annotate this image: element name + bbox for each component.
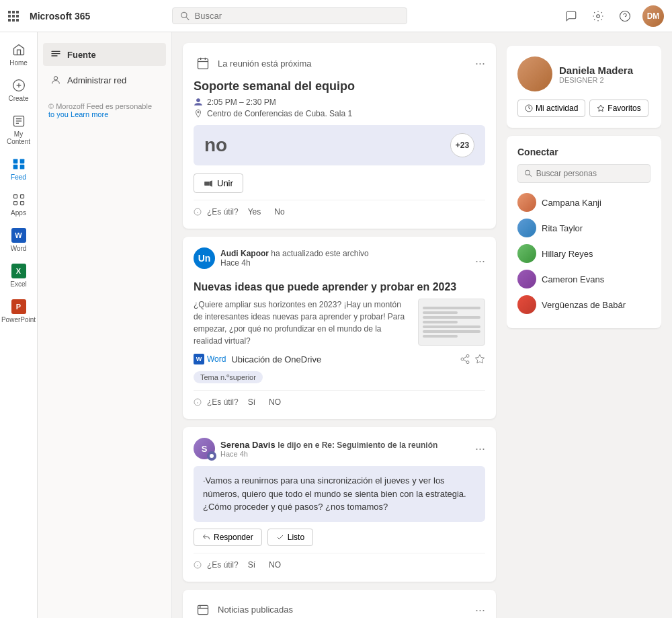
- msg-helpful-label: ¿Es útil?: [207, 560, 239, 570]
- svg-rect-6: [8, 19, 11, 22]
- meeting-title: Soporte semanal del equipo: [194, 79, 485, 93]
- profile-header: Daniela Madera DESIGNER 2: [517, 56, 650, 91]
- person-item-0[interactable]: Campana Kanji: [517, 190, 650, 215]
- nav-home[interactable]: Home: [3, 38, 35, 71]
- doc-si-btn[interactable]: Sí: [244, 396, 259, 408]
- svg-line-65: [530, 174, 532, 176]
- main-content: La reunión está próxima ··· Soporte sema…: [172, 32, 672, 618]
- svg-rect-27: [20, 202, 24, 205]
- favorites-button[interactable]: Favoritos: [589, 100, 648, 117]
- settings-icon-button[interactable]: [589, 7, 607, 26]
- nav-create[interactable]: Create: [3, 73, 35, 106]
- doc-app-label: Word: [207, 354, 226, 364]
- person-avatar-3: [517, 270, 536, 288]
- left-nav: Home Create My Content Feed Apps: [0, 32, 38, 618]
- connect-people-list: Campana Kanji Rita Taylor Hillary Reyes …: [517, 190, 650, 317]
- doc-title: Nuevas ideas que puede aprender y probar…: [194, 281, 485, 293]
- svg-rect-8: [16, 19, 19, 22]
- doc-card-header: Un Audi Kapoor ha actualizado este archi…: [194, 247, 485, 274]
- person-item-4[interactable]: Vergüenzas de Babár: [517, 292, 650, 317]
- nav-excel[interactable]: X Excel: [3, 259, 35, 292]
- teams-icon: [194, 98, 203, 107]
- chat-icon-button[interactable]: [562, 7, 581, 26]
- meeting-card-menu[interactable]: ···: [475, 57, 485, 69]
- svg-rect-1: [12, 11, 15, 13]
- info-icon2: [194, 398, 202, 406]
- activity-button[interactable]: Mi actividad: [517, 100, 585, 117]
- doc-meta-row: W Word Ubicación de OneDrive: [194, 354, 485, 364]
- msg-no-btn[interactable]: NO: [265, 559, 285, 571]
- message-card: S Serena Davis le dijo en e Re: Seguimie…: [183, 427, 496, 582]
- news-header-left: Noticias publicadas: [194, 601, 293, 619]
- svg-rect-0: [8, 11, 11, 13]
- svg-rect-2: [16, 11, 19, 13]
- join-button[interactable]: Unir: [194, 173, 243, 193]
- meeting-yes-btn[interactable]: Yes: [244, 206, 265, 218]
- msg-btn-row: Responder Listo: [194, 529, 485, 546]
- svg-line-10: [186, 17, 189, 20]
- nav-feed[interactable]: Feed: [3, 152, 35, 185]
- connect-title: Conectar: [517, 147, 650, 157]
- svg-rect-21: [19, 159, 24, 164]
- doc-helpful-label: ¿Es útil?: [207, 397, 239, 407]
- person-item-3[interactable]: Cameron Evans: [517, 266, 650, 292]
- doc-card-menu[interactable]: ···: [475, 255, 485, 267]
- reply-button[interactable]: Responder: [194, 529, 262, 546]
- brand-label: Microsoft 365: [30, 11, 90, 22]
- connect-search[interactable]: [517, 164, 650, 183]
- nav-create-label: Create: [8, 95, 28, 102]
- sidebar-learn-more-link[interactable]: to you Learn more: [48, 110, 108, 118]
- connect-search-input[interactable]: [536, 169, 643, 178]
- doc-thumbnail: [418, 299, 485, 346]
- doc-location: Ubicación de OneDrive: [231, 354, 321, 364]
- doc-helpful-row: ¿Es útil? Sí NO: [194, 390, 485, 408]
- svg-point-64: [526, 170, 530, 175]
- apps-icon: [11, 192, 27, 208]
- nav-apps-label: Apps: [11, 209, 26, 217]
- person-name-4: Vergüenzas de Babár: [542, 300, 626, 310]
- word-badge-icon: W: [194, 354, 204, 364]
- doc-header-row: Un Audi Kapoor ha actualizado este archi…: [194, 247, 475, 269]
- meeting-location: Centro de Conferencias de Cuba. Sala 1: [207, 109, 352, 118]
- doc-tag: Tema n.ºsuperior: [194, 371, 263, 383]
- person-avatar-1: [517, 219, 536, 237]
- sidebar-item-fuente[interactable]: Fuente: [43, 43, 166, 66]
- search-bar[interactable]: [172, 7, 407, 24]
- document-card: Un Audi Kapoor ha actualizado este archi…: [183, 237, 496, 419]
- person-item-1[interactable]: Rita Taylor: [517, 215, 650, 241]
- search-input[interactable]: [195, 11, 398, 21]
- news-card: Noticias publicadas ··· Cómo Cambia AI e…: [183, 590, 496, 619]
- join-label: Unir: [217, 178, 233, 188]
- search-icon: [181, 11, 190, 21]
- nav-word[interactable]: W Word: [3, 223, 35, 256]
- nav-apps[interactable]: Apps: [3, 188, 35, 221]
- nav-mycontent[interactable]: My Content: [3, 109, 35, 149]
- done-button[interactable]: Listo: [267, 529, 313, 546]
- profile-info: Daniela Madera DESIGNER 2: [559, 65, 633, 84]
- activity-label: Mi actividad: [536, 104, 578, 113]
- nav-word-label: Word: [11, 245, 27, 252]
- msg-si-btn[interactable]: Sí: [244, 559, 259, 571]
- svg-marker-63: [597, 105, 604, 112]
- sidebar-item-admin[interactable]: Administrar red: [43, 69, 166, 91]
- help-icon-button[interactable]: [616, 7, 634, 26]
- share-icon[interactable]: [460, 354, 470, 364]
- nav-excel-label: Excel: [10, 280, 26, 288]
- doc-no-btn[interactable]: NO: [265, 396, 285, 408]
- person-item-2[interactable]: Hillary Reyes: [517, 241, 650, 266]
- nav-ppt[interactable]: P PowerPoint: [3, 295, 35, 327]
- meeting-no-btn[interactable]: No: [270, 206, 288, 218]
- user-avatar[interactable]: DM: [642, 5, 664, 27]
- star-icon[interactable]: [474, 354, 485, 364]
- home-icon: [11, 42, 27, 58]
- info-icon: [194, 208, 202, 216]
- nav-feed-label: Feed: [11, 173, 26, 181]
- profile-name: Daniela Madera: [559, 65, 633, 76]
- grid-menu-button[interactable]: [8, 11, 19, 22]
- admin-icon: [50, 74, 62, 86]
- svg-point-12: [620, 11, 630, 21]
- msg-card-menu[interactable]: ···: [475, 442, 485, 455]
- person-name-3: Cameron Evans: [542, 274, 604, 284]
- news-card-menu[interactable]: ···: [475, 604, 485, 616]
- person-name-0: Campana Kanji: [542, 198, 601, 208]
